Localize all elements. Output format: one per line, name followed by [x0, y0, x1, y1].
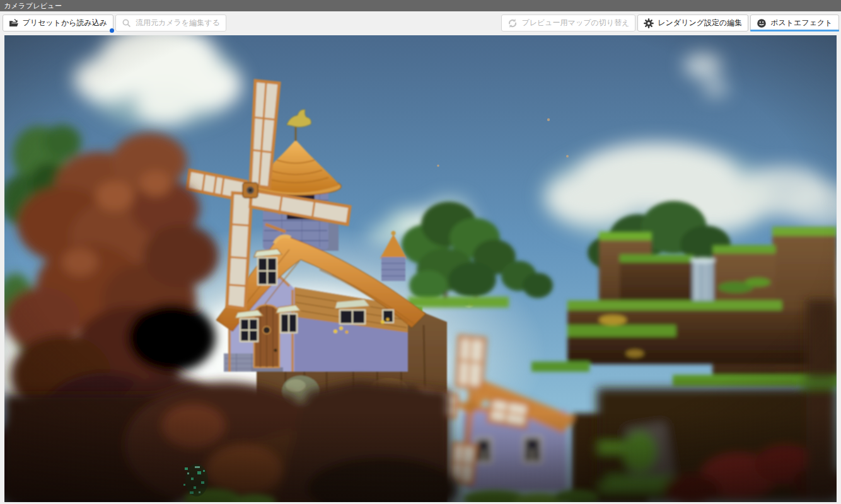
edit-source-camera-button[interactable]: 流用元カメラを編集する: [115, 14, 226, 32]
load-preset-label: プリセットから読み込み: [23, 18, 108, 28]
notification-dot: [110, 28, 114, 33]
camera-preview-viewport[interactable]: [4, 35, 837, 502]
post-effect-button[interactable]: ポストエフェクト: [750, 14, 838, 32]
bottom-shade: [4, 413, 837, 502]
viewport-frame: [0, 35, 841, 504]
post-effect-label: ポストエフェクト: [770, 18, 832, 28]
active-tab-underline: [750, 30, 838, 32]
post-effect-icon: [757, 18, 767, 28]
switch-preview-map-button[interactable]: プレビュー用マップの切り替え: [501, 14, 635, 32]
import-preset-icon: [9, 18, 19, 28]
window-title: カメラプレビュー: [4, 2, 62, 9]
toolbar-right-group: プレビュー用マップの切り替え: [501, 14, 840, 32]
window-titlebar: カメラプレビュー: [0, 0, 841, 11]
toolbar: プリセットから読み込み 流用元カメラを編集する: [0, 11, 841, 35]
edit-source-camera-label: 流用元カメラを編集する: [136, 18, 220, 28]
edit-rendering-settings-button[interactable]: レンダリング設定の編集: [637, 14, 748, 32]
load-preset-button[interactable]: プリセットから読み込み: [3, 14, 114, 32]
toolbar-left-group: プリセットから読み込み 流用元カメラを編集する: [1, 14, 227, 32]
switch-preview-map-label: プレビュー用マップの切り替え: [521, 18, 629, 28]
gear-icon: [644, 18, 654, 28]
switch-map-icon: [508, 18, 518, 28]
edit-rendering-settings-label: レンダリング設定の編集: [658, 18, 742, 28]
search-icon: [122, 18, 132, 28]
